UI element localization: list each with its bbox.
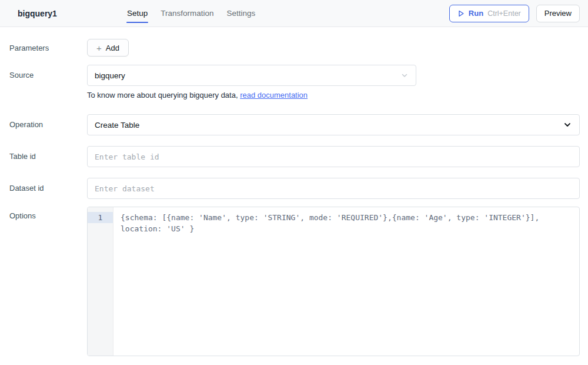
dataset-id-label: Dataset id <box>9 178 87 193</box>
table-id-row: Table id <box>0 146 588 167</box>
operation-label: Operation <box>9 114 87 129</box>
source-label: Source <box>9 65 87 79</box>
table-id-label: Table id <box>9 146 87 161</box>
chevron-down-icon <box>400 71 409 79</box>
tab-setup[interactable]: Setup <box>121 0 154 26</box>
editor-tabs: Setup Transformation Settings <box>121 0 262 26</box>
query-setup-form: Parameters + Add Source bigquery To know… <box>0 39 588 356</box>
run-shortcut-hint: Ctrl+Enter <box>487 9 521 18</box>
query-name[interactable]: bigquery1 <box>18 9 57 18</box>
play-icon <box>457 10 465 17</box>
query-editor-header: bigquery1 Setup Transformation Settings … <box>0 0 588 27</box>
options-row: Options 1 {schema: [{name: 'Name', type:… <box>0 207 588 356</box>
source-help-text: To know more about querying bigquery dat… <box>87 91 580 99</box>
operation-select-value: Create Table <box>95 121 139 130</box>
add-parameter-label: Add <box>106 44 119 52</box>
run-button[interactable]: Run Ctrl+Enter <box>449 5 529 22</box>
header-actions: Run Ctrl+Enter Preview <box>449 5 580 22</box>
operation-row: Operation Create Table <box>0 114 588 135</box>
parameters-label: Parameters <box>9 39 87 52</box>
add-parameter-button[interactable]: + Add <box>87 39 129 57</box>
query-editor-panel: bigquery1 Setup Transformation Settings … <box>0 0 588 356</box>
options-code-content[interactable]: {schema: [{name: 'Name', type: 'STRING',… <box>113 207 579 356</box>
tab-transformation[interactable]: Transformation <box>154 0 220 26</box>
options-code-editor[interactable]: 1 {schema: [{name: 'Name', type: 'STRING… <box>87 207 580 356</box>
preview-button[interactable]: Preview <box>536 5 580 22</box>
read-documentation-link[interactable]: read documentation <box>240 91 308 99</box>
run-button-label: Run <box>469 9 483 18</box>
source-help-prefix: To know more about querying bigquery dat… <box>87 91 240 99</box>
table-id-input[interactable] <box>87 146 580 167</box>
tab-settings[interactable]: Settings <box>220 0 262 26</box>
operation-select[interactable]: Create Table <box>87 114 580 135</box>
options-label: Options <box>9 207 87 220</box>
plus-icon: + <box>96 44 102 52</box>
source-row: Source bigquery To know more about query… <box>0 65 588 99</box>
line-number-gutter: 1 <box>88 207 113 356</box>
dataset-id-input[interactable] <box>87 178 580 199</box>
line-number: 1 <box>88 212 113 223</box>
dataset-id-row: Dataset id <box>0 178 588 199</box>
chevron-down-icon <box>563 120 572 130</box>
parameters-row: Parameters + Add <box>0 39 588 57</box>
source-select-value: bigquery <box>95 71 125 80</box>
source-select[interactable]: bigquery <box>87 65 416 86</box>
